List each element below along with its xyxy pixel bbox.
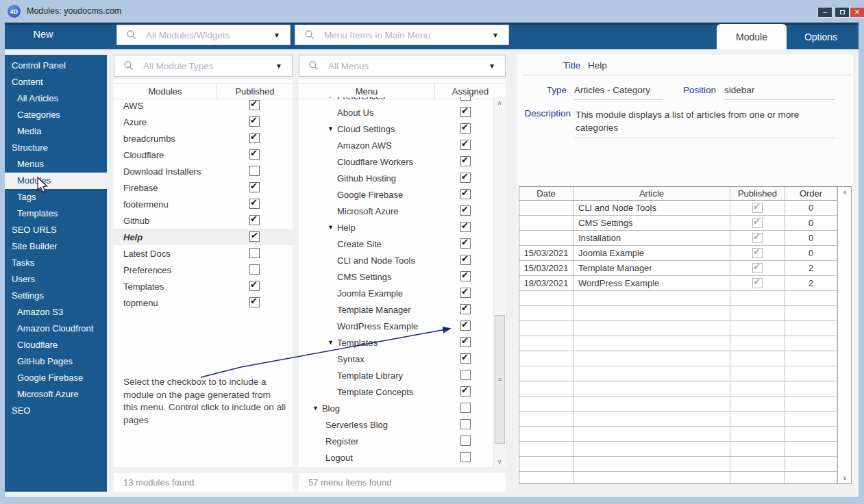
article-row-empty[interactable] xyxy=(519,381,837,396)
sidebar-item-seo-urls[interactable]: SEO URLS xyxy=(5,222,107,238)
checkbox[interactable]: ✔ xyxy=(460,370,471,380)
menu-item-row-logout[interactable]: Logout✔ xyxy=(299,449,493,466)
module-row-azure[interactable]: Azure✔ xyxy=(114,114,293,130)
module-types-combobox[interactable]: All Module Types ▼ xyxy=(114,55,293,77)
sidebar-item-content[interactable]: Content xyxy=(5,74,107,90)
menu-item-row-wordpress-example[interactable]: WordPress Example✔ xyxy=(299,318,493,334)
checkbox[interactable]: ✔ xyxy=(460,173,471,183)
scroll-down-icon[interactable]: ∨ xyxy=(838,473,852,483)
menu-item-row-help[interactable]: ▼Help✔ xyxy=(299,219,493,236)
checkbox[interactable]: ✔ xyxy=(752,203,763,213)
checkbox[interactable]: ✔ xyxy=(249,149,260,160)
checkbox[interactable]: ✔ xyxy=(460,205,471,216)
column-header-published[interactable]: Published xyxy=(730,187,785,201)
sidebar-item-settings[interactable]: Settings xyxy=(5,288,107,304)
sidebar-item-templates[interactable]: Templates xyxy=(5,205,107,222)
articles-scrollbar[interactable]: ∧ ∨ xyxy=(837,187,852,483)
maximize-button[interactable] xyxy=(835,7,850,18)
expander-icon[interactable]: ▼ xyxy=(312,405,319,412)
article-row-installation[interactable]: Installation✔0 xyxy=(519,231,837,246)
sidebar-item-amazon-cloudfront[interactable]: Amazon Cloudfront xyxy=(5,320,107,337)
chevron-down-icon[interactable]: ▼ xyxy=(275,62,282,70)
checkbox[interactable]: ✔ xyxy=(460,419,471,429)
checkbox[interactable]: ✔ xyxy=(752,218,763,228)
article-row-wordpress-example[interactable]: 18/03/2021WordPress Example✔2 xyxy=(519,276,837,291)
checkbox[interactable]: ✔ xyxy=(460,140,471,150)
chevron-down-icon[interactable]: ▼ xyxy=(492,32,499,39)
checkbox[interactable]: ✔ xyxy=(752,233,763,243)
sidebar-item-users[interactable]: Users xyxy=(5,271,107,288)
sidebar-item-microsoft-azure[interactable]: Microsoft Azure xyxy=(5,386,107,403)
article-row-empty[interactable] xyxy=(519,442,837,457)
menu-item-row-microsoft-azure[interactable]: Microsoft Azure✔ xyxy=(299,203,493,219)
checkbox[interactable]: ✔ xyxy=(249,297,260,307)
checkbox[interactable]: ✔ xyxy=(460,288,471,298)
checkbox[interactable]: ✔ xyxy=(752,248,763,258)
close-button[interactable]: ✕ xyxy=(850,7,864,18)
menu-item-row-cloud-settings[interactable]: ▼Cloud Settings✔ xyxy=(299,121,493,137)
modules-search-combobox[interactable]: All Modules/Widgets ▼ xyxy=(116,25,291,45)
module-row-aws[interactable]: AWS✔ xyxy=(114,97,293,114)
module-row-github[interactable]: Github✔ xyxy=(114,212,293,229)
type-field[interactable]: Articles - Category xyxy=(574,85,650,95)
scroll-down-icon[interactable]: ∨ xyxy=(494,456,505,467)
menu-item-row-amazon-aws[interactable]: Amazon AWS✔ xyxy=(299,137,493,153)
menus-combobox[interactable]: All Menus ▼ xyxy=(299,55,506,77)
checkbox[interactable]: ✔ xyxy=(249,182,260,192)
checkbox[interactable]: ✔ xyxy=(460,403,471,413)
minimize-button[interactable]: – xyxy=(817,7,832,18)
module-row-download-installers[interactable]: Download Installers✔ xyxy=(114,163,293,179)
sidebar-item-tags[interactable]: Tags xyxy=(5,189,107,205)
article-row-empty[interactable] xyxy=(519,396,837,412)
menu-item-row-cms-settings[interactable]: CMS Settings✔ xyxy=(299,268,493,285)
checkbox[interactable]: ✔ xyxy=(249,215,260,225)
expander-icon[interactable]: ▼ xyxy=(328,97,334,99)
checkbox[interactable]: ✔ xyxy=(249,116,260,127)
checkbox[interactable]: ✔ xyxy=(752,263,763,273)
sidebar-item-google-firebase[interactable]: Google Firebase xyxy=(5,370,107,386)
checkbox[interactable]: ✔ xyxy=(460,107,471,117)
column-header-assigned[interactable]: Assigned xyxy=(435,84,506,99)
menu-item-row-syntax[interactable]: Syntax✔ xyxy=(299,351,493,367)
sidebar-item-control-panel[interactable]: Control Panel xyxy=(5,58,107,74)
column-header-published[interactable]: Published xyxy=(217,84,293,99)
checkbox[interactable]: ✔ xyxy=(460,123,471,134)
description-field[interactable]: This module displays a list of articles … xyxy=(576,108,836,134)
article-row-empty[interactable] xyxy=(519,351,837,366)
chevron-down-icon[interactable]: ▼ xyxy=(273,32,280,39)
module-row-cloudflare[interactable]: Cloudflare✔ xyxy=(114,147,293,163)
module-row-preferences[interactable]: Preferences✔ xyxy=(114,262,293,278)
sidebar-item-modules[interactable]: Modules xyxy=(5,173,107,189)
expander-icon[interactable]: ▼ xyxy=(328,125,334,132)
checkbox[interactable]: ✔ xyxy=(249,166,260,176)
menu-item-row-cloudflare-workers[interactable]: Cloudflare Workers✔ xyxy=(299,153,493,170)
sidebar-item-tasks[interactable]: Tasks xyxy=(5,255,107,271)
sidebar-item-seo[interactable]: SEO xyxy=(5,403,107,419)
checkbox[interactable]: ✔ xyxy=(460,436,471,446)
article-row-empty[interactable] xyxy=(519,291,837,306)
checkbox[interactable]: ✔ xyxy=(460,353,471,364)
scrollbar-thumb[interactable]: ≡ xyxy=(495,315,505,444)
checkbox[interactable]: ✔ xyxy=(249,133,260,143)
menu-item-row-templates[interactable]: ▼Templates✔ xyxy=(299,334,493,351)
checkbox[interactable]: ✔ xyxy=(249,100,260,110)
checkbox[interactable]: ✔ xyxy=(460,255,471,265)
checkbox[interactable]: ✔ xyxy=(460,156,471,166)
article-row-cli-and-node-tools[interactable]: CLI and Node Tools✔0 xyxy=(519,201,837,216)
menu-item-row-template-manager[interactable]: Template Manager✔ xyxy=(299,301,493,318)
article-row-empty[interactable] xyxy=(519,366,837,381)
column-header-order[interactable]: Order xyxy=(785,187,837,201)
article-row-empty[interactable] xyxy=(519,306,837,321)
article-row-template-manager[interactable]: 15/03/2021Template Manager✔2 xyxy=(519,261,837,276)
column-header-article[interactable]: Article xyxy=(573,187,730,201)
article-row-cms-settings[interactable]: CMS Settings✔0 xyxy=(519,216,837,231)
expander-icon[interactable]: ▼ xyxy=(328,339,334,346)
tab-options[interactable]: Options xyxy=(787,24,855,49)
menu-item-row-joomla-example[interactable]: Joomla Example✔ xyxy=(299,285,493,301)
expander-icon[interactable]: ▼ xyxy=(328,224,334,231)
checkbox[interactable]: ✔ xyxy=(460,320,471,331)
sidebar-item-cloudflare[interactable]: Cloudflare xyxy=(5,337,107,353)
sidebar-item-menus[interactable]: Menus xyxy=(5,156,107,173)
checkbox[interactable]: ✔ xyxy=(249,199,260,209)
menu-item-row-blog[interactable]: ▼Blog✔ xyxy=(299,400,493,416)
